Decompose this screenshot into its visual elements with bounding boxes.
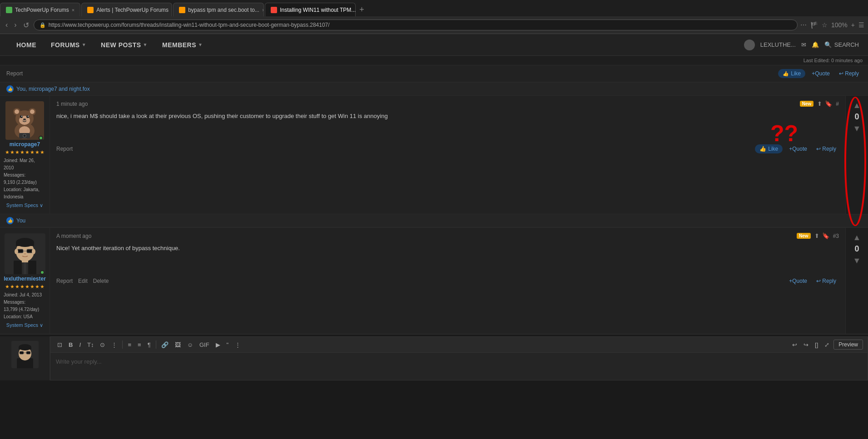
post3-edit[interactable]: Edit <box>78 278 88 284</box>
post3-vote-up[interactable]: ▲ <box>853 233 861 242</box>
post3-delete[interactable]: Delete <box>93 278 109 284</box>
post2-like-btn[interactable]: 👍 Like <box>755 144 783 153</box>
tab-3[interactable]: bypass tpm and sec.boot to... × <box>173 3 264 16</box>
post2-header-right: New ⬆ 🔖 # <box>800 100 839 107</box>
tab-2-close[interactable]: × <box>171 7 172 13</box>
preview-btn[interactable]: Preview <box>833 340 863 350</box>
toolbar-fullscreen-btn[interactable]: ⤢ <box>822 340 832 350</box>
menu-icon[interactable]: ☰ <box>858 21 864 29</box>
tab-3-close[interactable]: × <box>262 7 264 13</box>
post2-vote-count: 0 <box>854 112 859 122</box>
toolbar-emoji2-btn[interactable]: ⊙ <box>98 340 107 350</box>
toolbar-heading-btn[interactable]: T↕ <box>85 340 96 350</box>
toolbar-media-btn[interactable]: ▶ <box>213 340 223 350</box>
post3-avatar-wrapper <box>5 233 45 276</box>
toolbar-para-btn[interactable]: ¶ <box>145 340 153 350</box>
forums-link[interactable]: FORUMS ▼ <box>44 34 94 56</box>
toolbar-link-btn[interactable]: 🔗 <box>159 340 171 350</box>
post2-bookmark-icon[interactable]: 🔖 <box>825 100 832 107</box>
post1-report[interactable]: Report <box>6 70 23 77</box>
post3-vote-down[interactable]: ▼ <box>853 256 861 265</box>
post3-share-icon[interactable]: ⬆ <box>814 232 819 239</box>
post2-vote-down[interactable]: ▼ <box>853 124 861 133</box>
post3-stars: ★★★★★★★★ <box>4 284 46 290</box>
post2-vote-up[interactable]: ▲ <box>853 101 861 109</box>
extensions-icon[interactable]: ⋯ <box>800 21 807 29</box>
post2-username[interactable]: micropage7 <box>4 141 46 148</box>
tab-4[interactable]: Installing WIN11 without TPM... × <box>265 3 356 16</box>
svg-point-12 <box>23 118 26 120</box>
toolbar-italic-btn[interactable]: I <box>77 340 83 350</box>
search-btn[interactable]: 🔍 SEARCH <box>824 41 859 48</box>
svg-rect-28 <box>16 242 34 246</box>
post2-liked-by: 👍 You <box>0 214 868 227</box>
thumbs-up-icon: 👍 <box>783 71 789 77</box>
toolbar-more-btn[interactable]: ⋮ <box>109 340 119 350</box>
members-link[interactable]: MEMBERS ▼ <box>155 34 210 56</box>
site-nav: HOME FORUMS ▼ NEW POSTS ▼ MEMBERS ▼ LEXL… <box>0 34 868 56</box>
post2-quote-btn[interactable]: +Quote <box>786 144 810 153</box>
post2-avatar-img <box>5 101 44 140</box>
editor-right-btns: ↩ ↪ [] ⤢ Preview <box>790 340 863 350</box>
toolbar-more2-btn[interactable]: ⋮ <box>233 340 243 350</box>
last-edited-bar: Last Edited: 0 minutes ago <box>0 56 868 65</box>
toolbar-gif-btn[interactable]: GIF <box>197 340 212 350</box>
post2-share-icon[interactable]: ⬆ <box>817 100 822 107</box>
post1-quote-btn[interactable]: +Quote <box>809 69 833 78</box>
zoom-plus-icon[interactable]: + <box>851 21 855 29</box>
post2-time: 1 minute ago <box>56 101 88 107</box>
toolbar-emoji-btn[interactable]: ☺ <box>185 340 195 350</box>
post2-reply-btn[interactable]: ↩ Reply <box>813 144 839 153</box>
address-bar[interactable]: 🔒 https://www.techpowerup.com/forums/thr… <box>34 20 798 30</box>
thumbs-up-icon2: 👍 <box>759 146 766 152</box>
post3-system-specs[interactable]: System Specs ∨ <box>6 322 43 328</box>
messages-icon[interactable]: ✉ <box>801 41 806 48</box>
new-tab-btn[interactable]: + <box>359 5 364 15</box>
toolbar-list-btn[interactable]: ≡ <box>125 340 134 350</box>
url-text: https://www.techpowerup.com/forums/threa… <box>49 22 330 28</box>
post3-username[interactable]: lexluthermiester <box>4 276 46 282</box>
new-posts-link[interactable]: NEW POSTS ▼ <box>94 34 155 56</box>
post1-liked-by: 👍 You, micropage7 and night.fox <box>0 82 868 95</box>
post2-number: # <box>836 101 839 107</box>
post2-system-specs[interactable]: System Specs ∨ <box>6 202 43 208</box>
post1-like-btn[interactable]: 👍 Like <box>778 69 805 78</box>
home-link[interactable]: HOME <box>9 34 44 56</box>
members-arrow: ▼ <box>198 42 203 47</box>
toolbar-image-btn[interactable]: 🖼 <box>173 340 183 350</box>
post3-bookmark-icon[interactable]: 🔖 <box>822 232 829 239</box>
tab-1[interactable]: TechPowerUp Forums × <box>0 3 80 16</box>
svg-point-10 <box>21 116 22 117</box>
post2-report[interactable]: Report <box>56 146 73 152</box>
star-icon[interactable]: ☆ <box>822 21 828 29</box>
post2-header: 1 minute ago New ⬆ 🔖 # <box>56 100 839 107</box>
post3-reply-btn[interactable]: ↩ Reply <box>813 276 839 286</box>
new-posts-arrow: ▼ <box>143 42 148 47</box>
post2-vote-column: ▲ 0 ▼ <box>845 96 868 214</box>
toolbar-format-btn[interactable]: ⊡ <box>55 340 64 350</box>
username-nav[interactable]: LEXLUTHE... <box>760 41 796 48</box>
address-bar-row: ‹ › ↺ 🔒 https://www.techpowerup.com/foru… <box>0 16 868 34</box>
tab-2[interactable]: Alerts | TechPowerUp Forums × <box>81 3 172 16</box>
toolbar-undo-btn[interactable]: ↩ <box>790 340 799 350</box>
post1-liked-names: You, micropage7 and night.fox <box>16 86 90 92</box>
bell-icon[interactable]: 🔔 <box>812 41 819 48</box>
zoom-level: 100% <box>831 21 848 29</box>
post3-quote-btn[interactable]: +Quote <box>786 276 810 286</box>
svg-point-5 <box>15 109 19 114</box>
editor-body[interactable]: Write your reply... <box>50 353 868 380</box>
toolbar-redo-btn[interactable]: ↪ <box>801 340 811 350</box>
toolbar-brackets-btn[interactable]: [] <box>813 340 820 350</box>
toolbar-align-btn[interactable]: ≡ <box>135 340 144 350</box>
toolbar-quote-icon-btn[interactable]: " <box>224 340 231 350</box>
tab-4-icon <box>271 7 277 13</box>
tab-1-close[interactable]: × <box>72 7 74 13</box>
toolbar-bold-btn[interactable]: B <box>66 340 75 350</box>
post3-report[interactable]: Report <box>56 278 73 284</box>
back-btn[interactable]: ‹ <box>4 20 10 30</box>
reload-btn[interactable]: ↺ <box>21 20 31 30</box>
post3-meta: Joined: Jul 4, 2013 Messages: 13,799 (4.… <box>4 291 46 321</box>
post3-footer: Report Edit Delete +Quote ↩ Reply <box>56 276 839 286</box>
forward-btn[interactable]: › <box>12 20 18 30</box>
post1-reply-btn[interactable]: ↩ Reply <box>836 69 862 78</box>
